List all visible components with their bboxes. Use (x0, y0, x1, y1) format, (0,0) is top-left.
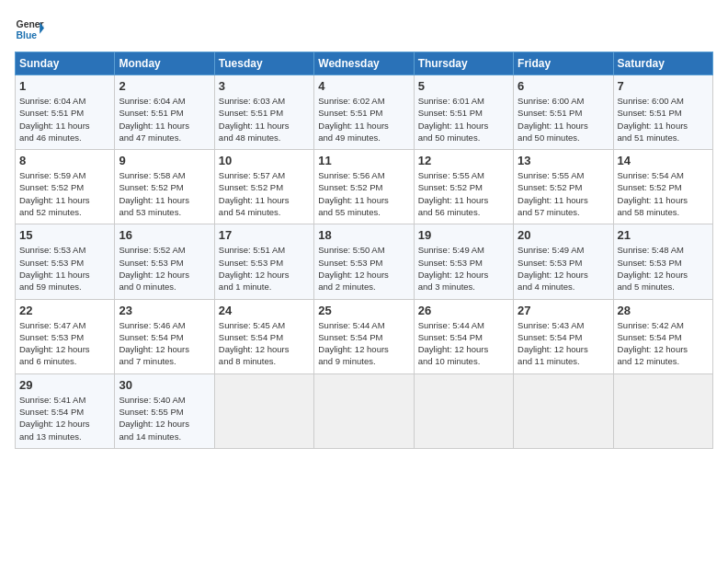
day-number: 12 (418, 154, 509, 167)
day-info: Sunrise: 5:57 AM Sunset: 5:52 PM Dayligh… (219, 169, 310, 218)
weekday-header-sunday: Sunday (16, 52, 115, 75)
calendar-week-row: 8Sunrise: 5:59 AM Sunset: 5:52 PM Daylig… (16, 150, 713, 224)
logo-icon: General Blue (15, 15, 44, 44)
page-header: General Blue (15, 15, 713, 44)
calendar-cell: 27Sunrise: 5:43 AM Sunset: 5:54 PM Dayli… (514, 299, 613, 373)
day-number: 17 (219, 228, 310, 242)
day-info: Sunrise: 5:58 AM Sunset: 5:52 PM Dayligh… (119, 169, 210, 218)
day-number: 8 (19, 154, 110, 167)
calendar-cell: 6Sunrise: 6:00 AM Sunset: 5:51 PM Daylig… (514, 75, 613, 150)
calendar-cell (314, 373, 414, 448)
calendar-cell: 4Sunrise: 6:02 AM Sunset: 5:51 PM Daylig… (314, 75, 414, 150)
calendar-week-row: 1Sunrise: 6:04 AM Sunset: 5:51 PM Daylig… (16, 75, 713, 150)
calendar-cell: 29Sunrise: 5:41 AM Sunset: 5:54 PM Dayli… (16, 373, 115, 448)
day-info: Sunrise: 5:47 AM Sunset: 5:53 PM Dayligh… (19, 319, 110, 368)
day-number: 14 (618, 154, 709, 167)
calendar-cell: 21Sunrise: 5:48 AM Sunset: 5:53 PM Dayli… (613, 224, 712, 299)
weekday-header-tuesday: Tuesday (214, 52, 313, 75)
day-number: 21 (618, 228, 709, 242)
day-number: 26 (418, 304, 509, 317)
calendar-cell: 30Sunrise: 5:40 AM Sunset: 5:55 PM Dayli… (115, 373, 214, 448)
day-number: 6 (518, 79, 609, 93)
calendar-cell: 28Sunrise: 5:42 AM Sunset: 5:54 PM Dayli… (613, 299, 712, 373)
day-number: 24 (219, 304, 310, 317)
day-number: 4 (318, 79, 409, 93)
calendar-cell: 3Sunrise: 6:03 AM Sunset: 5:51 PM Daylig… (214, 75, 313, 150)
calendar-cell: 24Sunrise: 5:45 AM Sunset: 5:54 PM Dayli… (214, 299, 313, 373)
calendar-cell: 9Sunrise: 5:58 AM Sunset: 5:52 PM Daylig… (115, 150, 214, 224)
day-info: Sunrise: 5:48 AM Sunset: 5:53 PM Dayligh… (618, 244, 709, 293)
calendar-cell: 19Sunrise: 5:49 AM Sunset: 5:53 PM Dayli… (414, 224, 513, 299)
day-info: Sunrise: 5:52 AM Sunset: 5:53 PM Dayligh… (119, 244, 210, 293)
calendar-cell: 16Sunrise: 5:52 AM Sunset: 5:53 PM Dayli… (115, 224, 214, 299)
calendar-cell: 10Sunrise: 5:57 AM Sunset: 5:52 PM Dayli… (214, 150, 313, 224)
calendar-cell: 5Sunrise: 6:01 AM Sunset: 5:51 PM Daylig… (414, 75, 513, 150)
day-info: Sunrise: 6:03 AM Sunset: 5:51 PM Dayligh… (219, 95, 310, 144)
weekday-header-saturday: Saturday (613, 52, 712, 75)
day-info: Sunrise: 5:46 AM Sunset: 5:54 PM Dayligh… (119, 319, 210, 368)
calendar-week-row: 29Sunrise: 5:41 AM Sunset: 5:54 PM Dayli… (16, 373, 713, 448)
calendar-table: SundayMondayTuesdayWednesdayThursdayFrid… (15, 52, 713, 449)
day-info: Sunrise: 5:44 AM Sunset: 5:54 PM Dayligh… (418, 319, 509, 368)
day-number: 18 (318, 228, 409, 242)
calendar-cell: 18Sunrise: 5:50 AM Sunset: 5:53 PM Dayli… (314, 224, 414, 299)
day-info: Sunrise: 5:56 AM Sunset: 5:52 PM Dayligh… (318, 169, 409, 218)
calendar-week-row: 15Sunrise: 5:53 AM Sunset: 5:53 PM Dayli… (16, 224, 713, 299)
calendar-cell: 11Sunrise: 5:56 AM Sunset: 5:52 PM Dayli… (314, 150, 414, 224)
day-info: Sunrise: 6:00 AM Sunset: 5:51 PM Dayligh… (518, 95, 609, 144)
day-info: Sunrise: 6:04 AM Sunset: 5:51 PM Dayligh… (19, 95, 110, 144)
day-info: Sunrise: 6:01 AM Sunset: 5:51 PM Dayligh… (418, 95, 509, 144)
day-number: 9 (119, 154, 210, 167)
calendar-header-row: SundayMondayTuesdayWednesdayThursdayFrid… (16, 52, 713, 75)
day-info: Sunrise: 5:45 AM Sunset: 5:54 PM Dayligh… (219, 319, 310, 368)
day-info: Sunrise: 5:44 AM Sunset: 5:54 PM Dayligh… (318, 319, 409, 368)
day-number: 16 (119, 228, 210, 242)
day-info: Sunrise: 5:53 AM Sunset: 5:53 PM Dayligh… (19, 244, 110, 293)
calendar-cell: 14Sunrise: 5:54 AM Sunset: 5:52 PM Dayli… (613, 150, 712, 224)
weekday-header-friday: Friday (514, 52, 613, 75)
day-info: Sunrise: 5:55 AM Sunset: 5:52 PM Dayligh… (518, 169, 609, 218)
calendar-cell: 22Sunrise: 5:47 AM Sunset: 5:53 PM Dayli… (16, 299, 115, 373)
day-info: Sunrise: 6:00 AM Sunset: 5:51 PM Dayligh… (618, 95, 709, 144)
calendar-cell: 17Sunrise: 5:51 AM Sunset: 5:53 PM Dayli… (214, 224, 313, 299)
logo: General Blue (15, 15, 44, 44)
day-info: Sunrise: 5:49 AM Sunset: 5:53 PM Dayligh… (418, 244, 509, 293)
day-info: Sunrise: 5:54 AM Sunset: 5:52 PM Dayligh… (618, 169, 709, 218)
day-number: 28 (618, 304, 709, 317)
day-number: 22 (19, 304, 110, 317)
weekday-header-monday: Monday (115, 52, 214, 75)
day-number: 29 (19, 378, 110, 392)
day-number: 19 (418, 228, 509, 242)
day-info: Sunrise: 5:55 AM Sunset: 5:52 PM Dayligh… (418, 169, 509, 218)
calendar-cell: 8Sunrise: 5:59 AM Sunset: 5:52 PM Daylig… (16, 150, 115, 224)
day-number: 1 (19, 79, 110, 93)
calendar-cell: 12Sunrise: 5:55 AM Sunset: 5:52 PM Dayli… (414, 150, 513, 224)
day-info: Sunrise: 6:02 AM Sunset: 5:51 PM Dayligh… (318, 95, 409, 144)
day-info: Sunrise: 5:59 AM Sunset: 5:52 PM Dayligh… (19, 169, 110, 218)
calendar-cell: 23Sunrise: 5:46 AM Sunset: 5:54 PM Dayli… (115, 299, 214, 373)
day-number: 5 (418, 79, 509, 93)
svg-text:Blue: Blue (17, 30, 38, 40)
day-number: 13 (518, 154, 609, 167)
day-number: 3 (219, 79, 310, 93)
day-number: 7 (618, 79, 709, 93)
calendar-cell: 26Sunrise: 5:44 AM Sunset: 5:54 PM Dayli… (414, 299, 513, 373)
calendar-cell (414, 373, 513, 448)
day-number: 30 (119, 378, 210, 392)
day-info: Sunrise: 5:41 AM Sunset: 5:54 PM Dayligh… (19, 394, 110, 442)
day-info: Sunrise: 5:40 AM Sunset: 5:55 PM Dayligh… (119, 394, 210, 442)
day-number: 25 (318, 304, 409, 317)
calendar-cell (514, 373, 613, 448)
calendar-week-row: 22Sunrise: 5:47 AM Sunset: 5:53 PM Dayli… (16, 299, 713, 373)
weekday-header-wednesday: Wednesday (314, 52, 414, 75)
calendar-cell: 13Sunrise: 5:55 AM Sunset: 5:52 PM Dayli… (514, 150, 613, 224)
calendar-body: 1Sunrise: 6:04 AM Sunset: 5:51 PM Daylig… (16, 75, 713, 449)
calendar-cell: 20Sunrise: 5:49 AM Sunset: 5:53 PM Dayli… (514, 224, 613, 299)
calendar-cell: 25Sunrise: 5:44 AM Sunset: 5:54 PM Dayli… (314, 299, 414, 373)
day-number: 10 (219, 154, 310, 167)
calendar-cell: 2Sunrise: 6:04 AM Sunset: 5:51 PM Daylig… (115, 75, 214, 150)
calendar-cell: 7Sunrise: 6:00 AM Sunset: 5:51 PM Daylig… (613, 75, 712, 150)
day-number: 27 (518, 304, 609, 317)
calendar-cell (214, 373, 313, 448)
day-number: 11 (318, 154, 409, 167)
